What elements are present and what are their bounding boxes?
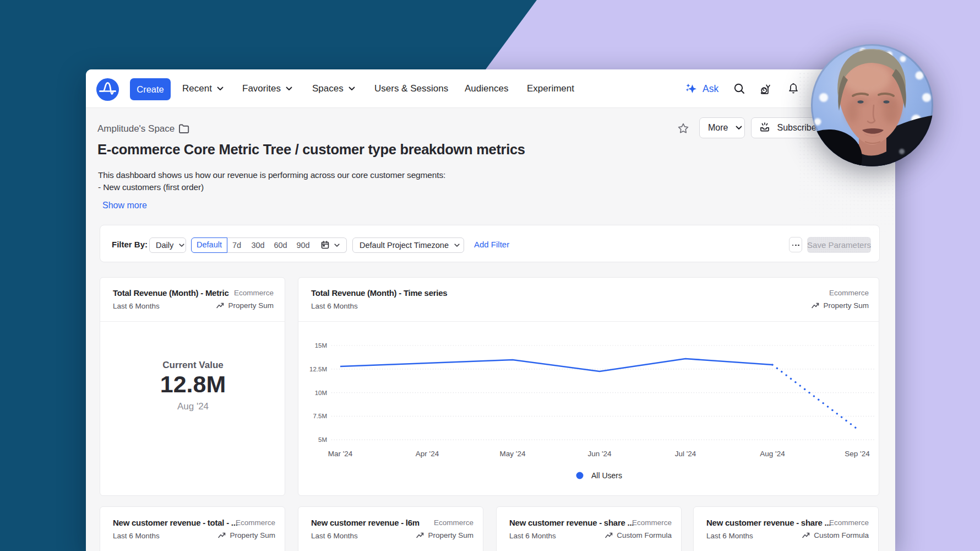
svg-text:10M: 10M — [315, 390, 327, 396]
svg-text:Apr '24: Apr '24 — [416, 450, 439, 458]
svg-text:5M: 5M — [318, 436, 327, 443]
svg-text:Jul '24: Jul '24 — [675, 450, 696, 458]
svg-text:Mar '24: Mar '24 — [328, 450, 353, 458]
svg-text:12.5M: 12.5M — [309, 366, 327, 372]
svg-text:7.5M: 7.5M — [313, 413, 327, 419]
svg-text:15M: 15M — [315, 342, 327, 349]
svg-text:Aug '24: Aug '24 — [760, 450, 785, 458]
svg-text:Jun '24: Jun '24 — [587, 450, 612, 458]
svg-text:May '24: May '24 — [500, 450, 526, 458]
svg-text:All Users: All Users — [591, 471, 622, 480]
svg-text:Sep '24: Sep '24 — [845, 450, 870, 458]
